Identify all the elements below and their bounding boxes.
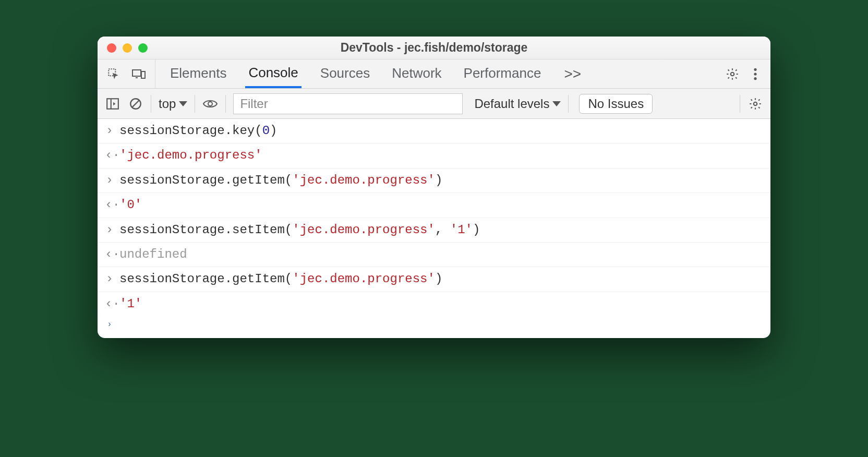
- console-output-line: ‹·'jec.demo.progress': [98, 143, 770, 168]
- svg-point-7: [754, 77, 756, 80]
- maximize-button[interactable]: [138, 43, 148, 53]
- output-marker-icon: ‹·: [105, 245, 114, 264]
- console-input-line: ›sessionStorage.getItem('jec.demo.progre…: [98, 169, 770, 193]
- devtools-tabs: Elements Console Sources Network Perform…: [98, 59, 770, 89]
- console-input-line: ›sessionStorage.key(0): [98, 119, 770, 143]
- settings-gear-icon[interactable]: [725, 66, 740, 82]
- svg-rect-3: [141, 71, 145, 78]
- svg-point-6: [754, 73, 756, 75]
- console-settings-gear-icon[interactable]: [748, 96, 763, 112]
- console-input-line: ›sessionStorage.setItem('jec.demo.progre…: [98, 218, 770, 243]
- svg-line-11: [132, 100, 139, 107]
- filter-input[interactable]: [233, 93, 463, 114]
- separator: [740, 95, 740, 113]
- console-sidebar-toggle-icon[interactable]: [105, 96, 120, 112]
- tabs-left-tools: [98, 59, 155, 88]
- console-input-line: ›sessionStorage.getItem('jec.demo.progre…: [98, 267, 770, 292]
- device-toolbar-icon[interactable]: [131, 66, 147, 82]
- tab-list: Elements Console Sources Network Perform…: [155, 59, 717, 88]
- console-text: undefined: [119, 245, 187, 264]
- console-text: 'jec.demo.progress': [119, 146, 262, 165]
- console-text: sessionStorage.key(0): [119, 121, 277, 141]
- svg-rect-1: [132, 70, 141, 76]
- clear-console-icon[interactable]: [128, 96, 143, 112]
- svg-point-4: [731, 72, 734, 76]
- separator: [151, 95, 151, 113]
- execution-context-selector[interactable]: top: [159, 97, 187, 111]
- tabs-overflow-button[interactable]: >>: [560, 59, 585, 88]
- console-text: sessionStorage.getItem('jec.demo.progres…: [119, 171, 442, 190]
- separator: [195, 95, 195, 113]
- window-titlebar: DevTools - jec.fish/demo/storage: [98, 37, 770, 59]
- levels-label: Default levels: [474, 97, 549, 111]
- live-expression-eye-icon[interactable]: [202, 96, 218, 112]
- tab-performance[interactable]: Performance: [461, 59, 545, 88]
- svg-point-13: [754, 102, 757, 105]
- chevron-down-icon: [552, 101, 561, 106]
- tab-elements[interactable]: Elements: [167, 59, 230, 88]
- minimize-button[interactable]: [123, 43, 132, 53]
- log-level-selector[interactable]: Default levels: [474, 97, 561, 111]
- close-button[interactable]: [107, 43, 116, 53]
- svg-point-5: [754, 68, 756, 70]
- scope-label: top: [159, 97, 176, 111]
- window-title: DevTools - jec.fish/demo/storage: [341, 41, 528, 55]
- svg-rect-8: [107, 99, 118, 109]
- tab-network[interactable]: Network: [389, 59, 444, 88]
- output-marker-icon: ‹·: [105, 195, 114, 215]
- input-marker-icon: ›: [105, 269, 114, 289]
- input-marker-icon: ›: [105, 171, 114, 190]
- console-input-row[interactable]: ›: [98, 316, 770, 338]
- console-text: sessionStorage.getItem('jec.demo.progres…: [119, 269, 442, 289]
- console-text: '1': [119, 294, 142, 314]
- tab-sources[interactable]: Sources: [317, 59, 373, 88]
- tab-console[interactable]: Console: [245, 59, 301, 88]
- input-marker-icon: ›: [105, 121, 114, 141]
- output-marker-icon: ‹·: [105, 294, 114, 314]
- console-output: ›sessionStorage.key(0)‹·'jec.demo.progre…: [98, 119, 770, 316]
- separator: [568, 95, 569, 113]
- traffic-lights: [107, 37, 148, 59]
- inspect-element-icon[interactable]: [106, 66, 122, 82]
- console-output-line: ‹·'1': [98, 292, 770, 316]
- chevron-down-icon: [179, 101, 187, 106]
- output-marker-icon: ‹·: [105, 146, 114, 165]
- kebab-menu-icon[interactable]: [748, 66, 763, 82]
- console-text: '0': [119, 195, 142, 215]
- console-output-line: ‹·undefined: [98, 243, 770, 267]
- console-toolbar: top Default levels No Issues: [98, 89, 770, 119]
- console-output-line: ‹·'0': [98, 193, 770, 218]
- prompt-icon: ›: [105, 319, 114, 329]
- issues-button[interactable]: No Issues: [579, 94, 653, 114]
- console-text: sessionStorage.setItem('jec.demo.progres…: [119, 220, 480, 240]
- svg-point-12: [208, 102, 212, 106]
- separator: [225, 95, 226, 113]
- input-marker-icon: ›: [105, 220, 114, 240]
- tabs-right-tools: [717, 59, 770, 88]
- devtools-window: DevTools - jec.fish/demo/storage Element…: [98, 37, 770, 338]
